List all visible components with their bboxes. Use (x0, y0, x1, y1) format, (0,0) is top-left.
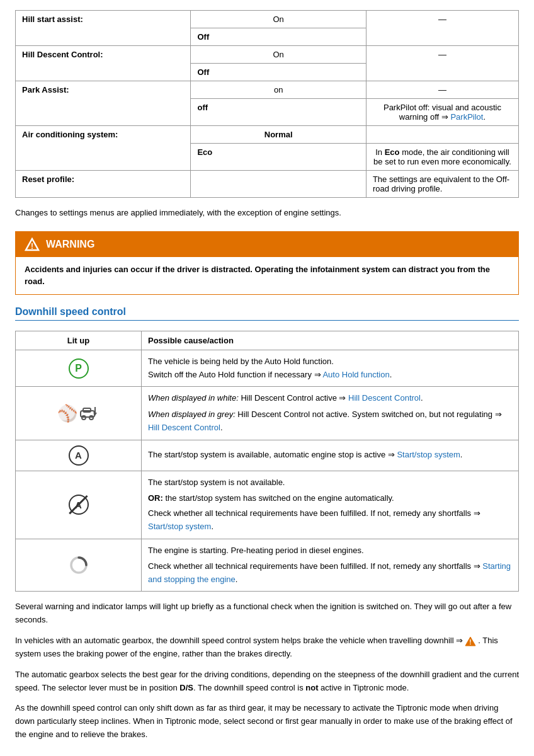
table-row: Park Assist: on — (16, 81, 519, 99)
icon-cell-hdc: ⚾ (16, 387, 142, 440)
setting-option: On (191, 11, 366, 28)
svg-marker-7 (93, 413, 97, 416)
warning-box: ! WARNING Accidents and injuries can occ… (15, 231, 519, 295)
warning-title: WARNING (46, 239, 94, 250)
setting-desc: — (366, 11, 518, 46)
auto-hold-link[interactable]: Auto Hold function (322, 370, 389, 379)
table-row: A The start/stop system is not available… (16, 471, 519, 539)
a-circle-icon: A (69, 445, 89, 466)
settings-table: Hill start assist: On — Off Hill Descent… (15, 10, 519, 198)
indicator-table: Lit up Possible cause/action P The vehic… (15, 331, 519, 592)
setting-desc: The settings are equivalent to the Off-r… (366, 171, 518, 198)
cause-cell-loading: The engine is starting. Pre-heating peri… (142, 539, 519, 591)
section-heading: Downhill speed control (15, 306, 519, 321)
loading-spinner-icon (69, 555, 89, 575)
cause-text: The vehicle is being held by the Auto Ho… (148, 355, 512, 369)
warning-text: Accidents and injuries can occur if the … (25, 265, 490, 287)
cause-text: The start/stop system is not available. (148, 476, 512, 490)
table-row: Hill Descent Control: On — (16, 46, 519, 64)
table-row: ⚾ (16, 387, 519, 440)
cause-text: Switch off the Auto Hold function if nec… (148, 369, 512, 382)
hdc-icon: ⚾ (57, 404, 77, 423)
icon-cell-a-slash: A (16, 471, 142, 539)
setting-option: Off (191, 64, 366, 81)
cause-cell-autohold: The vehicle is being held by the Auto Ho… (142, 350, 519, 387)
inline-warning-icon: ! (464, 634, 477, 648)
table-row: Air conditioning system: Normal (16, 126, 519, 144)
warning-body: Accidents and injuries can occur if the … (16, 257, 518, 294)
icon-cell-a-active: A (16, 440, 142, 471)
changes-note: Changes to settings menus are applied im… (15, 207, 519, 220)
cause-cell-hdc: When displayed in white: Hill Descent Co… (142, 387, 519, 440)
setting-desc: — (366, 81, 518, 99)
para-warning-lamps: Several warning and indicator lamps will… (15, 600, 519, 627)
icon-cell-loading (16, 539, 142, 591)
setting-option: Normal (191, 126, 366, 144)
setting-option: Eco (191, 144, 366, 171)
cause-text: The engine is starting. Pre-heating peri… (148, 544, 512, 558)
starting-link[interactable]: Starting and stopping the engine (148, 561, 511, 584)
cause-cell-a-active: The start/stop system is available, auto… (142, 440, 519, 471)
parkpilot-link[interactable]: ParkPilot (450, 112, 483, 122)
setting-label-park: Park Assist: (16, 81, 191, 126)
cause-text: Check whether all technical requirements… (148, 507, 512, 534)
setting-option: Off (191, 28, 366, 46)
table-row: P The vehicle is being held by the Auto … (16, 350, 519, 387)
col-cause: Possible cause/action (142, 331, 519, 350)
table-header-row: Lit up Possible cause/action (16, 331, 519, 350)
table-row: Hill start assist: On — (16, 11, 519, 28)
hdc-svg-icon (77, 402, 100, 425)
setting-option: off (191, 99, 366, 126)
warning-header: ! WARNING (16, 232, 518, 257)
warning-triangle-icon: ! (25, 237, 40, 252)
svg-text:!: ! (470, 639, 472, 646)
table-row: A The start/stop system is available, au… (16, 440, 519, 471)
cause-text: When displayed in grey: Hill Descent Con… (148, 408, 512, 435)
icon-cell-autohold: P (16, 350, 142, 387)
setting-label-hill-start: Hill start assist: (16, 11, 191, 46)
cause-text: When displayed in white: Hill Descent Co… (148, 392, 512, 405)
autohold-p-icon: P (69, 358, 89, 379)
table-row: The engine is starting. Pre-heating peri… (16, 539, 519, 591)
setting-label-ac: Air conditioning system: (16, 126, 191, 171)
cause-text: The start/stop system is available, auto… (148, 449, 512, 462)
startstop-link-2[interactable]: Start/stop system (148, 522, 211, 531)
setting-option: on (191, 81, 366, 99)
hdc-link-1[interactable]: Hill Descent Control (348, 393, 421, 403)
setting-label-reset: Reset profile: (16, 171, 191, 198)
cause-text: OR: the start/stop system has switched o… (148, 492, 512, 505)
setting-desc: — (366, 46, 518, 81)
cause-text: Check whether all technical requirements… (148, 560, 512, 587)
setting-desc: ParkPilot off: visual and acoustic warni… (366, 99, 518, 126)
setting-label-hdc: Hill Descent Control: (16, 46, 191, 81)
setting-option: On (191, 46, 366, 64)
para-gear-selection: The automatic gearbox selects the best g… (15, 668, 519, 695)
setting-option (191, 171, 366, 198)
setting-desc (366, 126, 518, 144)
para-tiptronic: As the downhill speed control can only s… (15, 702, 519, 741)
col-lit-up: Lit up (16, 331, 142, 350)
table-row: Reset profile: The settings are equivale… (16, 171, 519, 198)
para-downhill-system: In vehicles with an automatic gearbox, t… (15, 634, 519, 661)
startstop-link-1[interactable]: Start/stop system (397, 450, 460, 459)
setting-desc: In Eco mode, the air conditioning will b… (366, 144, 518, 171)
hdc-link-2[interactable]: Hill Descent Control (148, 423, 220, 432)
cause-cell-a-slash: The start/stop system is not available. … (142, 471, 519, 539)
svg-text:!: ! (31, 242, 33, 251)
